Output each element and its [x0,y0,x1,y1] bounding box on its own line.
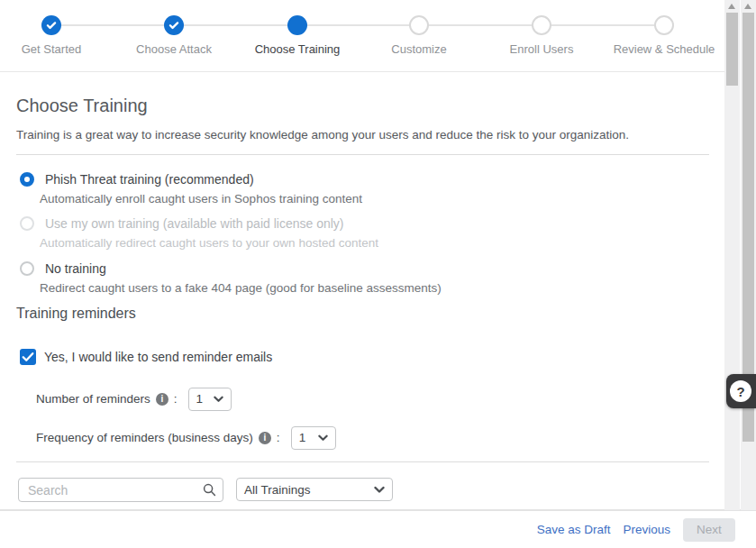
select-value: 1 [299,431,306,444]
radio-disabled-icon [20,216,34,231]
scroll-up-arrow-icon[interactable] [728,4,735,9]
number-of-reminders-row: Number of reminders i : 1 [36,387,232,411]
step-complete-check-icon [41,15,61,35]
info-icon[interactable]: i [156,393,169,406]
section-title-training-reminders: Training reminders [16,306,136,322]
step-label: Get Started [0,42,110,56]
number-of-reminders-label: Number of reminders [36,392,150,406]
stepper-step-get-started[interactable]: Get Started [0,15,110,56]
step-label: Review & Schedule [606,42,723,56]
step-pending-dot-icon [532,15,551,35]
stepper-step-customize[interactable]: Customize [360,15,478,56]
stepper-step-review-schedule[interactable]: Review & Schedule [606,15,723,56]
divider [16,154,709,155]
option-no-training[interactable]: No training [20,260,106,277]
question-mark-icon: ? [730,380,751,402]
number-of-reminders-select[interactable]: 1 [188,388,232,411]
option-label: Use my own training (available with paid… [45,216,344,231]
chevron-down-icon [318,434,328,442]
radio-unselected-icon[interactable] [20,261,34,276]
colon-text: : [277,431,280,444]
step-pending-dot-icon [409,15,429,35]
option-phish-threat-training[interactable]: Phish Threat training (recommended) [20,171,254,187]
info-icon[interactable]: i [259,432,271,444]
checkbox-label: Yes, I would like to send reminder email… [44,350,272,364]
training-search [18,478,223,502]
page-description: Training is a great way to increase secu… [16,128,629,142]
help-button[interactable]: ? [726,374,756,408]
wizard-footer: Save as Draft Previous Next [0,511,756,548]
all-trainings-select[interactable]: All Trainings [236,478,393,501]
inner-scrollbar-thumb[interactable] [726,13,738,86]
radio-selected-icon[interactable] [20,172,34,187]
reminder-emails-option[interactable]: Yes, I would like to send reminder email… [20,349,272,365]
scroll-up-arrow-icon[interactable] [744,4,751,9]
step-label: Enroll Users [483,42,600,56]
option-sublabel: Automatically enroll caught users in Sop… [40,192,362,206]
option-sublabel: Redirect caught users to a fake 404 page… [40,281,442,295]
option-sublabel: Automatically redirect caught users to y… [40,236,378,250]
next-button: Next [683,518,735,542]
stepper-step-enroll-users[interactable]: Enroll Users [483,15,600,56]
step-label: Choose Attack [115,42,232,56]
inner-scrollbar-track[interactable] [724,0,740,510]
outer-scrollbar-track[interactable] [741,0,756,510]
stepper-step-choose-attack[interactable]: Choose Attack [115,15,232,56]
save-as-draft-link[interactable]: Save as Draft [537,523,611,536]
search-icon[interactable] [203,483,216,497]
step-pending-dot-icon [654,15,674,35]
option-label: Phish Threat training (recommended) [45,172,254,187]
frequency-of-reminders-label: Frequency of reminders (business days) [36,431,253,444]
option-own-training: Use my own training (available with paid… [20,215,344,232]
wizard-stepper: Get Started Choose Attack Choose Trainin… [0,0,724,72]
search-input[interactable] [18,478,223,502]
step-complete-check-icon [164,15,184,35]
step-label: Customize [360,42,478,56]
frequency-of-reminders-row: Frequency of reminders (business days) i… [36,425,336,450]
divider [16,461,709,462]
step-active-dot-icon [287,15,307,35]
step-label: Choose Training [239,42,356,56]
checkbox-checked-icon[interactable] [20,349,36,365]
select-value: 1 [196,392,204,406]
phish-threat-wizard: Get Started Choose Attack Choose Trainin… [0,0,756,548]
colon-text: : [174,392,178,406]
stepper-step-choose-training[interactable]: Choose Training [239,15,356,56]
previous-link[interactable]: Previous [623,523,670,536]
frequency-of-reminders-select[interactable]: 1 [291,426,336,450]
chevron-down-icon [374,486,385,494]
page-title: Choose Training [16,96,148,116]
select-value: All Trainings [244,483,311,497]
chevron-down-icon [214,396,223,403]
option-label: No training [45,261,106,276]
